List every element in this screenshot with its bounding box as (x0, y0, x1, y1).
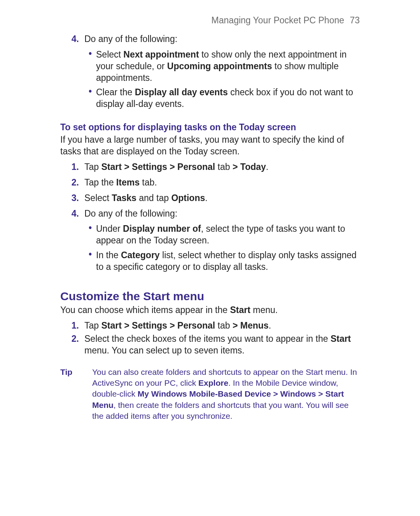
tip-block: Tip You can also create folders and shor… (60, 367, 360, 422)
step-number: 3. (60, 192, 84, 204)
bullet-mark: • (84, 49, 96, 59)
tasks-options-intro: If you have a large number of tasks, you… (60, 134, 360, 157)
tasks-step-3: 3. Select Tasks and tap Options. (60, 192, 360, 204)
step-number: 1. (60, 161, 84, 173)
bullet-mark: • (84, 87, 96, 96)
bullet-all-day-events: • Clear the Display all day events check… (60, 87, 360, 110)
bullet-display-number-of: • Under Display number of, select the ty… (60, 223, 360, 247)
step-number: 4. (60, 33, 84, 45)
step-number: 1. (60, 320, 84, 332)
step-text: Tap the Items tab. (84, 177, 360, 189)
step-text: Select Tasks and tap Options. (84, 192, 360, 204)
tip-label: Tip (60, 367, 92, 378)
start-step-1: 1. Tap Start > Settings > Personal tab >… (60, 320, 360, 332)
step-text: Select the check boxes of the items you … (84, 333, 360, 357)
step-text: Tap Start > Settings > Personal tab > Me… (84, 320, 360, 332)
tasks-options-heading: To set options for displaying tasks on t… (60, 122, 360, 133)
tasks-step-1: 1. Tap Start > Settings > Personal tab >… (60, 161, 360, 173)
start-step-2: 2. Select the check boxes of the items y… (60, 333, 360, 357)
bullet-mark: • (84, 223, 96, 233)
step-number: 4. (60, 208, 84, 220)
step-text: Do any of the following: (84, 208, 360, 220)
chapter-title: Managing Your Pocket PC Phone (212, 15, 344, 25)
step-text: Tap Start > Settings > Personal tab > To… (84, 161, 360, 173)
bullet-text: Clear the Display all day events check b… (96, 87, 360, 110)
bullet-text: Under Display number of, select the type… (96, 223, 360, 247)
bullet-text: Select Next appointment to show only the… (96, 49, 360, 84)
start-menu-intro: You can choose which items appear in the… (60, 304, 360, 316)
page-number: 73 (350, 15, 360, 25)
tasks-step-2: 2. Tap the Items tab. (60, 177, 360, 189)
tasks-step-4: 4. Do any of the following: (60, 208, 360, 220)
bullet-mark: • (84, 250, 96, 259)
step-text: Do any of the following: (84, 33, 360, 45)
page-header: Managing Your Pocket PC Phone 73 (60, 15, 360, 26)
bullet-next-appointment: • Select Next appointment to show only t… (60, 49, 360, 84)
bullet-text: In the Category list, select whether to … (96, 250, 360, 273)
step-number: 2. (60, 333, 84, 345)
step-number: 2. (60, 177, 84, 189)
start-menu-heading: Customize the Start menu (60, 289, 360, 304)
tip-text: You can also create folders and shortcut… (92, 367, 360, 422)
step-4: 4. Do any of the following: (60, 33, 360, 45)
bullet-category-list: • In the Category list, select whether t… (60, 250, 360, 273)
